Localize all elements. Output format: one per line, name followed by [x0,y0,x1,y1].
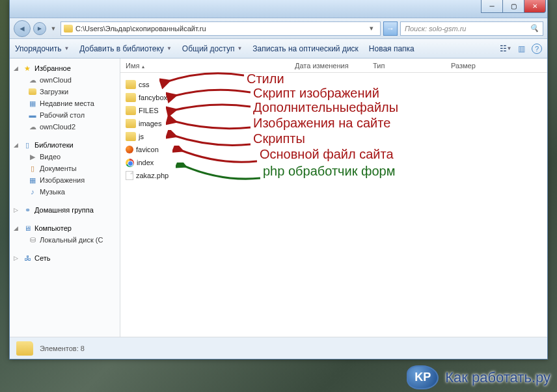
desktop-icon: ▬ [28,111,37,120]
list-item[interactable]: js [126,130,542,143]
list-item[interactable]: FILES [126,104,542,117]
list-item[interactable]: favicon [126,143,542,156]
burn-button[interactable]: Записать на оптический диск [252,44,359,53]
path-input[interactable]: C:\Users\Эльдар\скопированныйсайт.ru ▾ [61,21,381,36]
file-view: Имя▴ Дата изменения Тип Размер css fancy… [120,59,547,337]
documents-icon: ▯ [28,164,37,173]
search-placeholder: Поиск: solo-gsm.ru [405,25,466,33]
homegroup-section[interactable]: ▷⚭Домашняя группа [11,204,118,216]
folder-icon [64,25,73,33]
library-icon: ▯ [23,140,32,150]
favorites-section[interactable]: ◢★Избранное [11,62,118,74]
sidebar-item[interactable]: ⛁Локальный диск (C [11,234,118,246]
column-type[interactable]: Тип [373,62,451,70]
homegroup-icon: ⚭ [23,205,32,215]
new-folder-button[interactable]: Новая папка [369,44,414,53]
share-menu[interactable]: Общий доступ ▼ [182,44,243,53]
list-item[interactable]: images [126,117,542,130]
sidebar-item[interactable]: ▦Изображения [11,174,118,186]
path-dropdown[interactable]: ▾ [366,23,377,34]
music-icon: ♪ [28,187,37,196]
recent-icon: ▦ [28,99,37,108]
cloud-icon: ☁ [28,75,37,85]
folder-icon [126,93,136,102]
folder-icon [126,106,136,115]
sidebar-item[interactable]: ▯Документы [11,163,118,174]
sidebar-item[interactable]: Загрузки [11,86,118,98]
downloads-icon [28,87,37,96]
computer-section[interactable]: ◢🖥Компьютер [11,222,118,234]
help-button[interactable]: ? [532,44,542,54]
add-library-menu[interactable]: Добавить в библиотеку ▼ [79,44,171,53]
search-icon: 🔍 [530,24,539,33]
list-item[interactable]: css [126,78,542,91]
php-icon [126,171,133,180]
sidebar-item[interactable]: ☁ownCloud2 [11,121,118,133]
chrome-icon [126,159,134,167]
search-input[interactable]: Поиск: solo-gsm.ru 🔍 [400,21,543,36]
forward-button[interactable]: ► [33,22,46,35]
column-name[interactable]: Имя▴ [126,62,295,70]
item-count: Элементов: 8 [40,345,85,352]
go-button[interactable]: → [383,21,398,36]
back-button[interactable]: ◄ [14,20,31,37]
status-bar: Элементов: 8 [10,337,547,359]
nav-history-dropdown[interactable]: ▼ [49,20,58,37]
titlebar: ─ ▢ ✕ [10,0,547,18]
folder-icon [16,341,33,356]
sidebar-item[interactable]: ▦Недавние места [11,98,118,109]
close-button[interactable]: ✕ [524,0,546,13]
watermark-badge: KP [407,365,439,389]
sidebar-item[interactable]: ▶Видео [11,151,118,163]
computer-icon: 🖥 [23,224,32,233]
list-item[interactable]: fancybox [126,91,542,104]
organize-menu[interactable]: Упорядочить ▼ [15,44,69,53]
column-size[interactable]: Размер [451,62,503,70]
sidebar-item[interactable]: ☁ownCloud [11,74,118,86]
command-toolbar: Упорядочить ▼ Добавить в библиотеку ▼ Об… [10,39,547,59]
disk-icon: ⛁ [28,235,37,244]
list-item[interactable]: index [126,156,542,169]
cloud-icon: ☁ [28,122,37,131]
column-headers: Имя▴ Дата изменения Тип Размер [120,59,547,73]
preview-pane-button[interactable]: ▥ [516,44,526,54]
video-icon: ▶ [28,152,37,161]
view-options-button[interactable]: ☷ ▼ [500,44,511,54]
list-item[interactable]: zakaz.php [126,169,542,182]
network-icon: 🖧 [23,254,32,263]
watermark-text: Как работать.ру [445,369,550,386]
column-date[interactable]: Дата изменения [295,62,373,70]
sidebar-item[interactable]: ♪Музыка [11,186,118,198]
favicon-icon [126,146,133,153]
sidebar-item[interactable]: ▬Рабочий стол [11,109,118,121]
star-icon: ★ [23,64,32,73]
explorer-window: ─ ▢ ✕ ◄ ► ▼ C:\Users\Эльдар\скопированны… [9,0,548,359]
folder-icon [126,80,136,89]
watermark: KP Как работать.ру [407,365,550,389]
address-bar: ◄ ► ▼ C:\Users\Эльдар\скопированныйсайт.… [10,18,547,39]
path-text: C:\Users\Эльдар\скопированныйсайт.ru [75,25,363,33]
folder-icon [126,119,136,128]
navigation-pane: ◢★Избранное ☁ownCloud Загрузки ▦Недавние… [10,59,120,337]
folder-icon [126,132,136,141]
pictures-icon: ▦ [28,176,37,185]
maximize-button[interactable]: ▢ [502,0,524,13]
libraries-section[interactable]: ◢▯Библиотеки [11,139,118,151]
network-section[interactable]: ▷🖧Сеть [11,252,118,264]
minimize-button[interactable]: ─ [481,0,503,13]
